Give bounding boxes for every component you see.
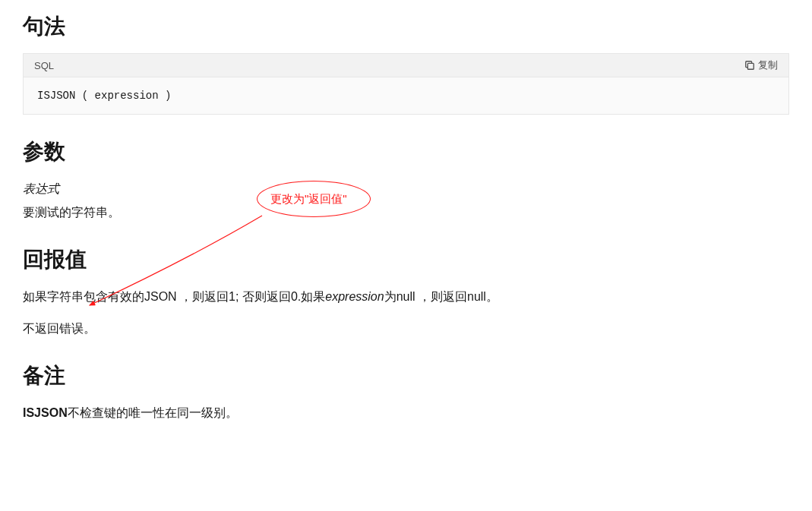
remarks-rest: 不检查键的唯一性在同一级别。 — [68, 406, 238, 419]
return-value-p2: 不返回错误。 — [23, 318, 789, 339]
argument-name: 表达式 — [23, 178, 789, 199]
heading-syntax: 句法 — [23, 12, 789, 41]
svg-rect-0 — [747, 63, 754, 69]
code-block: SQL 复制 ISJSON ( expression ) — [23, 53, 789, 115]
remarks-p1: ISJSON不检查键的唯一性在同一级别。 — [23, 402, 789, 423]
copy-icon — [744, 60, 755, 71]
copy-button[interactable]: 复制 — [744, 58, 778, 72]
code-header: SQL 复制 — [24, 54, 788, 77]
heading-return-value: 回报值 — [23, 245, 789, 274]
argument-desc: 要测试的字符串。 — [23, 202, 789, 222]
return-value-p1: 如果字符串包含有效的JSON ，则返回1; 否则返回0.如果expression… — [23, 286, 789, 307]
return-value-expression: expression — [325, 290, 384, 303]
copy-label: 复制 — [758, 58, 778, 72]
heading-arguments: 参数 — [23, 137, 789, 166]
heading-remarks: 备注 — [23, 361, 789, 390]
return-value-p1-b: 为null ，则返回null。 — [384, 290, 498, 303]
code-lang-label: SQL — [34, 60, 54, 71]
remarks-isjson: ISJSON — [23, 406, 68, 419]
code-body: ISJSON ( expression ) — [24, 77, 788, 114]
return-value-p1-a: 如果字符串包含有效的JSON ，则返回1; 否则返回0.如果 — [23, 290, 325, 303]
